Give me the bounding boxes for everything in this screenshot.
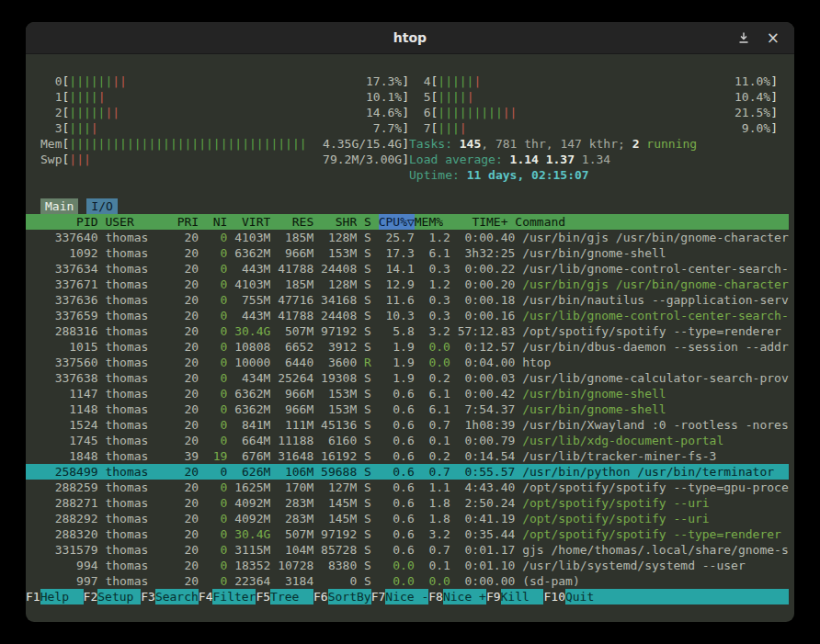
meter-bars: |||||||||	[438, 105, 502, 120]
cell-user: thomas	[105, 370, 169, 386]
titlebar[interactable]: htop ×	[26, 22, 794, 54]
process-row[interactable]: 1745thomas200664M111886160S0.60.10:00.79…	[26, 433, 789, 448]
column-header-cpu[interactable]: CPU%▽	[379, 214, 415, 230]
cell-s: S	[364, 292, 371, 308]
process-row[interactable]: 1147thomas2006362M966M153MS0.66.10:00.42…	[26, 386, 789, 401]
cell-ni: 0	[206, 308, 227, 323]
fkey-tree[interactable]: F5Tree	[256, 589, 313, 604]
process-row[interactable]: 288259thomas2001625M170M127MS0.61.14:43.…	[26, 480, 789, 495]
column-header-s[interactable]: S	[364, 214, 371, 230]
cell-mem: 0.7	[422, 417, 450, 433]
uptime: Uptime: 11 days, 02:15:07	[409, 167, 778, 183]
process-row[interactable]: 337634thomas200443M4178824408S14.10.30:0…	[26, 261, 789, 277]
cell-virt: 30.4G	[234, 526, 270, 542]
column-header-shr[interactable]: SHR	[321, 214, 357, 230]
column-header-time[interactable]: TIME+	[450, 214, 508, 230]
close-icon[interactable]: ×	[767, 30, 780, 46]
cell-shr: 128M	[321, 230, 357, 245]
column-header-mem[interactable]: MEM%	[415, 214, 443, 230]
fkey-search[interactable]: F3Search	[141, 589, 199, 604]
fkey-nice-[interactable]: F7Nice -	[371, 589, 429, 604]
process-row[interactable]: 1092thomas2006362M966M153MS17.36.13h32:2…	[26, 245, 789, 261]
cell-virt: 1625M	[234, 480, 270, 495]
column-header-pid[interactable]: PID	[55, 214, 98, 230]
process-row[interactable]: 1148thomas2006362M966M153MS0.66.17:54.37…	[26, 401, 789, 417]
meter-bars: ||	[105, 105, 120, 120]
process-row[interactable]: 337636thomas200755M4771634168S11.60.30:0…	[26, 292, 789, 308]
cell-res: 6652	[278, 339, 313, 355]
process-row[interactable]: 1848thomas3919676M3164816192S0.60.20:14.…	[26, 448, 789, 464]
fkey-help[interactable]: F1Help	[26, 589, 84, 604]
cell-time: 0:00.42	[458, 386, 516, 401]
process-row[interactable]: 337560thomas2001000064403600R1.90.00:04.…	[26, 355, 789, 370]
cell-s: S	[364, 511, 371, 526]
cell-time: 0:14.54	[458, 448, 516, 464]
process-row[interactable]: 288320thomas20030.4G507M97192S0.63.20:35…	[26, 526, 789, 542]
cell-user: thomas	[105, 339, 169, 355]
column-header-pri[interactable]: PRI	[177, 214, 199, 230]
screen-tabs: Main I/O	[26, 198, 794, 214]
process-row[interactable]: 288271thomas2004092M283M145MS0.61.82:50.…	[26, 495, 789, 511]
meter-bars: |	[91, 120, 98, 136]
cell-shr: 24408	[321, 308, 357, 323]
meter-column-left: 0[||||||||17.3%] 1[|||||10.1%] 2[|||||||…	[40, 73, 409, 183]
cell-time: 0:00.16	[458, 308, 516, 323]
process-row[interactable]: 1015thomas2001080866523912S1.90.00:12.57…	[26, 339, 789, 355]
tab-io[interactable]: I/O	[86, 198, 117, 214]
process-row[interactable]: 288316thomas20030.4G507M97192S5.83.257:1…	[26, 323, 789, 339]
meter-bar: |||||||14.6%	[69, 105, 402, 120]
fkey-sortby[interactable]: F6SortBy	[313, 589, 371, 604]
column-header-command[interactable]: Command	[515, 214, 789, 230]
process-row[interactable]: 288292thomas2004092M283M145MS0.61.80:41.…	[26, 511, 789, 526]
cell-shr: 6160	[321, 433, 357, 448]
cell-pri: 20	[177, 542, 199, 558]
cell-ni: 0	[206, 386, 227, 401]
cell-pid: 337659	[55, 308, 98, 323]
process-row[interactable]: 331579thomas2003115M104M85728S0.60.70:01…	[26, 542, 789, 558]
fkey-label: SortBy	[328, 589, 371, 604]
meter-value: 4.35G/15.4G	[323, 136, 402, 152]
cell-pri: 20	[177, 480, 199, 495]
process-row[interactable]: 997thomas2002236431840S0.00.00:00.00(sd-…	[26, 573, 789, 589]
tab-main[interactable]: Main	[40, 198, 78, 214]
process-row[interactable]: 258499thomas200626M106M59688S0.60.70:55.…	[26, 464, 789, 480]
cell-command: /usr/bin/python /usr/bin/terminator	[522, 464, 789, 480]
cell-mem: 3.2	[422, 526, 450, 542]
process-row[interactable]: 337638thomas200434M2526419308S1.90.20:00…	[26, 370, 789, 386]
fkey-setup[interactable]: F2Setup	[84, 589, 142, 604]
cell-command: gjs /home/thomas/.local/share/gnome-s	[522, 542, 789, 558]
meter-bars: |||	[438, 120, 459, 136]
cell-command: /opt/spotify/spotify --type=renderer	[522, 526, 789, 542]
cell-shr: 24408	[321, 261, 357, 277]
column-header-ni[interactable]: NI	[206, 214, 227, 230]
cell-pid: 288259	[55, 480, 98, 495]
fkey-kill[interactable]: F9Kill	[486, 589, 544, 604]
cell-cpu: 0.6	[379, 464, 415, 480]
process-row[interactable]: 337640thomas2004103M185M128MS25.71.20:00…	[26, 230, 789, 245]
fkey-nice-[interactable]: F8Nice +	[428, 589, 486, 604]
download-icon[interactable]	[737, 31, 750, 44]
cell-ni: 0	[206, 370, 227, 386]
cell-time: 0:55.57	[458, 464, 516, 480]
process-row[interactable]: 337659thomas200443M4178824408S10.30.30:0…	[26, 308, 789, 323]
cell-shr: 3912	[321, 339, 357, 355]
meter-bars: |||||	[69, 105, 105, 120]
cell-virt: 434M	[234, 370, 270, 386]
fkey-quit[interactable]: F10Quit	[543, 589, 608, 604]
cell-ni: 0	[206, 511, 227, 526]
column-header-res[interactable]: RES	[278, 214, 313, 230]
process-row[interactable]: 994thomas20018352107288380S0.00.10:01.10…	[26, 558, 789, 573]
column-header-user[interactable]: USER	[105, 214, 169, 230]
fkey-number: F9	[486, 589, 501, 604]
fkey-label: Help	[40, 589, 84, 604]
column-header-virt[interactable]: VIRT	[234, 214, 270, 230]
fkey-number: F8	[428, 589, 443, 604]
cell-command: /usr/bin/gnome-shell	[522, 245, 789, 261]
cell-ni: 0	[206, 261, 227, 277]
fkey-filter[interactable]: F4Filter	[199, 589, 256, 604]
cell-virt: 18352	[234, 558, 270, 573]
cell-ni: 0	[206, 245, 227, 261]
process-row[interactable]: 337671thomas2004103M185M128MS12.91.20:00…	[26, 277, 789, 292]
process-row[interactable]: 1524thomas200841M111M45136S0.60.71h08:39…	[26, 417, 789, 433]
cpu-meter-2: 2[|||||||14.6%]	[40, 105, 409, 120]
